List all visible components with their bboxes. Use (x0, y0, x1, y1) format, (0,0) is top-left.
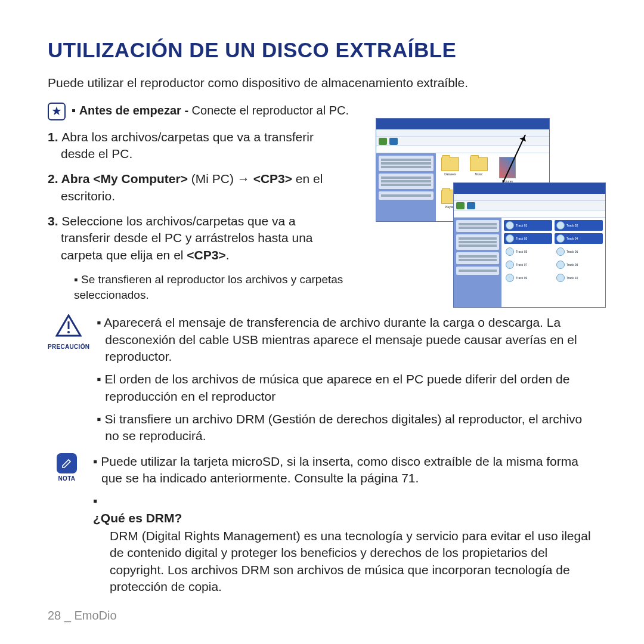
caution-list: Aparecerá el mensaje de transferencia de… (97, 314, 596, 450)
step-1: 1. Abra los archivos/carpetas que va a t… (48, 129, 343, 163)
page-footer: 28 _ EmoDio (48, 608, 117, 624)
caution-callout: PRECAUCIÓN Aparecerá el mensaje de trans… (48, 314, 596, 450)
page-title: UTILIZACIÓN DE UN DISCO EXTRAÍBLE (48, 36, 596, 64)
before-start-text: ▪ Antes de empezar - Conecte el reproduc… (72, 103, 349, 119)
star-icon: ★ (48, 103, 66, 120)
step-3: 3. Seleccione los archivos/carpetas que … (48, 213, 343, 264)
screenshot-illustration: Datasets Music Pictures Playlists (376, 118, 602, 321)
note-label: NOTA (48, 475, 86, 483)
note-list: Puede utilizar la tarjeta microSD, si la… (93, 453, 596, 602)
drm-question: ¿Qué es DRM? (101, 510, 596, 527)
note-pencil-icon (57, 453, 77, 473)
steps-list: 1. Abra los archivos/carpetas que va a t… (48, 129, 343, 264)
window-explorer-2: Track 01 Track 02 Track 03 Track 04 Trac… (453, 182, 606, 308)
intro-text: Puede utilizar el reproductor como dispo… (48, 75, 596, 91)
drm-answer: DRM (Digital Rights Management) es una t… (101, 528, 596, 595)
step-2: 2. Abra <My Computer> (Mi PC) → <CP3> en… (48, 171, 343, 205)
caution-triangle-icon (55, 326, 82, 339)
svg-point-2 (67, 331, 70, 333)
note-callout: NOTA Puede utilizar la tarjeta microSD, … (48, 453, 596, 602)
caution-label: PRECAUCIÓN (48, 343, 89, 351)
step-sub-bullet: Se transfieren al reproductor los archiv… (48, 272, 405, 302)
